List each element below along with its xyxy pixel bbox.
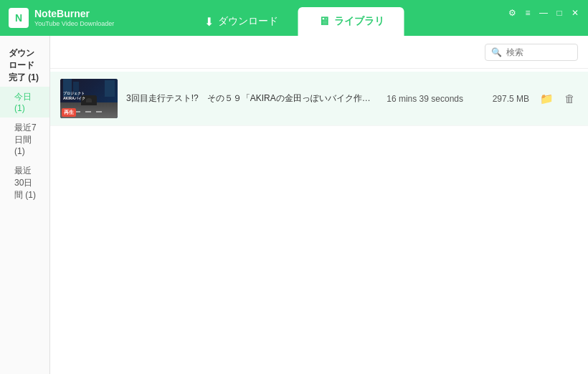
sidebar-item-30days[interactable]: 最近30日間 (1)	[0, 160, 49, 206]
app-logo-icon: N	[9, 8, 29, 28]
content-header: 🔍	[50, 36, 588, 69]
thumb-title: プロジェクトAKIRAバイク	[62, 91, 116, 100]
video-size: 297.5 MB	[472, 94, 529, 104]
search-icon: 🔍	[491, 47, 502, 57]
settings-button[interactable]: ⚙	[506, 7, 518, 19]
menu-button[interactable]: ≡	[522, 7, 534, 19]
sidebar-section-title: ダウンロード完了 (1)	[0, 42, 49, 87]
folder-icon: 📁	[540, 92, 554, 105]
video-info: 3回目走行テスト!? その５９「AKIRAの金田っぽいバイク作るぞ！ プロ...	[126, 92, 372, 105]
download-tab-icon: ⬇	[204, 15, 214, 29]
sidebar-item-today[interactable]: 今日 (1)	[0, 87, 49, 118]
logo-text: NoteBurner YouTube Video Downloader	[34, 8, 114, 28]
thumb-background: プロジェクトAKIRAバイク 再生	[60, 79, 118, 118]
tab-download[interactable]: ⬇ ダウンロード	[184, 7, 298, 36]
download-tab-label: ダウンロード	[218, 15, 278, 28]
video-thumbnail: プロジェクトAKIRAバイク 再生	[60, 79, 118, 118]
search-input[interactable]	[506, 47, 572, 57]
library-tab-icon: 🖥	[318, 15, 330, 28]
search-box[interactable]: 🔍	[485, 44, 578, 61]
video-actions: 📁 🗑	[538, 90, 578, 107]
main-layout: ダウンロード完了 (1) 今日 (1) 最近7日間 (1) 最近30日間 (1)…	[0, 36, 588, 374]
video-duration: 16 mins 39 seconds	[387, 94, 463, 104]
thumb-label: 再生	[62, 108, 76, 117]
sidebar-item-7days[interactable]: 最近7日間 (1)	[0, 118, 49, 160]
library-tab-label: ライブラリ	[334, 15, 384, 28]
nav-tabs: ⬇ ダウンロード 🖥 ライブラリ	[184, 0, 404, 36]
app-name: NoteBurner	[34, 8, 114, 20]
logo-area: N NoteBurner YouTube Video Downloader	[9, 8, 114, 28]
app-subtitle: YouTube Video Downloader	[34, 20, 114, 28]
title-bar: N NoteBurner YouTube Video Downloader ⬇ …	[0, 0, 588, 36]
window-controls: ⚙ ≡ — □ ✕	[506, 7, 581, 19]
video-list: プロジェクトAKIRAバイク 再生 3回目走行テスト!? その５９「AKIRAの…	[50, 69, 588, 374]
open-folder-button[interactable]: 📁	[538, 90, 555, 107]
content-area: 🔍	[50, 36, 588, 374]
table-row: プロジェクトAKIRAバイク 再生 3回目走行テスト!? その５９「AKIRAの…	[50, 72, 588, 126]
close-button[interactable]: ✕	[569, 7, 581, 19]
video-title: 3回目走行テスト!? その５９「AKIRAの金田っぽいバイク作るぞ！ プロ...	[126, 92, 372, 105]
trash-icon: 🗑	[564, 92, 575, 105]
sidebar: ダウンロード完了 (1) 今日 (1) 最近7日間 (1) 最近30日間 (1)	[0, 36, 50, 374]
minimize-button[interactable]: —	[538, 7, 549, 19]
tab-library[interactable]: 🖥 ライブラリ	[298, 7, 404, 36]
maximize-button[interactable]: □	[554, 7, 565, 19]
delete-button[interactable]: 🗑	[561, 90, 578, 107]
